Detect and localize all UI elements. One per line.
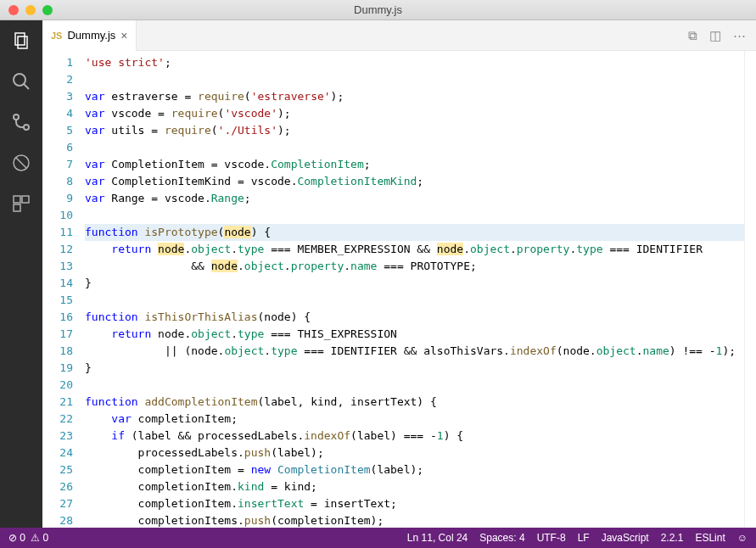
window-title: Dummy.js: [0, 3, 756, 16]
tab-bar: JS Dummy.js × ⧉ ◫ ⋯: [42, 20, 756, 51]
code-line[interactable]: return node.object.type === MEMBER_EXPRE…: [85, 241, 744, 258]
code-line[interactable]: completionItems.push(completionItem);: [85, 512, 744, 528]
code-line[interactable]: var CompletionItemKind = vscode.Completi…: [85, 173, 744, 190]
debug-icon[interactable]: [9, 151, 33, 175]
code-line[interactable]: function addCompletionItem(label, kind, …: [85, 394, 744, 411]
tab-dummy-js[interactable]: JS Dummy.js ×: [42, 20, 137, 51]
code-line[interactable]: }: [85, 360, 744, 377]
svg-point-5: [24, 125, 29, 130]
indentation[interactable]: Spaces: 4: [479, 532, 524, 544]
svg-line-7: [16, 158, 26, 168]
errors-count[interactable]: ⊘ 0: [8, 532, 25, 544]
svg-rect-0: [15, 33, 25, 45]
code-line[interactable]: return node.object.type === THIS_EXPRESS…: [85, 326, 744, 343]
search-icon[interactable]: [9, 70, 33, 93]
code-line[interactable]: [85, 139, 744, 156]
svg-rect-8: [14, 196, 20, 203]
editor-area: JS Dummy.js × ⧉ ◫ ⋯ 12345678910111213141…: [42, 20, 756, 528]
code-line[interactable]: processedLabels.push(label);: [85, 445, 744, 461]
warnings-count[interactable]: ⚠ 0: [31, 532, 48, 544]
js-file-icon: JS: [51, 31, 62, 41]
code-line[interactable]: var vscode = require('vscode');: [85, 105, 744, 122]
code-line[interactable]: [85, 292, 744, 309]
code-line[interactable]: && node.object.property.name === PROTOTY…: [85, 258, 744, 275]
code-line[interactable]: var Range = vscode.Range;: [85, 190, 744, 207]
svg-point-2: [14, 74, 25, 86]
svg-point-4: [14, 115, 19, 120]
extensions-icon[interactable]: [9, 192, 33, 215]
split-editor-icon[interactable]: ◫: [709, 28, 721, 43]
feedback-icon[interactable]: ☺: [737, 532, 748, 544]
language-mode[interactable]: JavaScript: [602, 532, 649, 544]
code-line[interactable]: completionItem.kind = kind;: [85, 478, 744, 495]
status-bar: ⊘ 0 ⚠ 0 Ln 11, Col 24 Spaces: 4 UTF-8 LF…: [0, 528, 756, 548]
svg-rect-9: [22, 196, 29, 203]
titlebar: Dummy.js: [0, 0, 756, 20]
code-line[interactable]: || (node.object.type === IDENTIFIER && a…: [85, 343, 744, 360]
code-line[interactable]: var CompletionItem = vscode.CompletionIt…: [85, 156, 744, 173]
encoding[interactable]: UTF-8: [537, 532, 566, 544]
cursor-position[interactable]: Ln 11, Col 24: [407, 532, 468, 544]
more-actions-icon[interactable]: ⋯: [733, 28, 746, 43]
eol[interactable]: LF: [578, 532, 590, 544]
code-line[interactable]: [85, 377, 744, 394]
minimap[interactable]: [744, 51, 756, 528]
code-editor[interactable]: 1234567891011121314151617181920212223242…: [42, 51, 756, 528]
code-line[interactable]: var completionItem;: [85, 411, 744, 428]
code-line[interactable]: function isThisOrThisAlias(node) {: [85, 309, 744, 326]
compare-icon[interactable]: ⧉: [688, 28, 697, 43]
status-right: Ln 11, Col 24 Spaces: 4 UTF-8 LF JavaScr…: [407, 532, 748, 544]
editor-actions: ⧉ ◫ ⋯: [688, 28, 756, 43]
code-line[interactable]: [85, 71, 744, 88]
code-line[interactable]: completionItem.insertText = insertText;: [85, 495, 744, 512]
code-line[interactable]: var estraverse = require('estraverse');: [85, 88, 744, 105]
svg-rect-1: [18, 36, 27, 48]
status-left: ⊘ 0 ⚠ 0: [8, 532, 48, 544]
code-content[interactable]: 'use strict'; var estraverse = require('…: [85, 51, 744, 528]
close-tab-icon[interactable]: ×: [120, 29, 127, 42]
code-line[interactable]: 'use strict';: [85, 54, 744, 71]
linter[interactable]: ESLint: [695, 532, 725, 544]
svg-line-3: [24, 84, 29, 89]
line-number-gutter: 1234567891011121314151617181920212223242…: [42, 51, 85, 528]
code-line[interactable]: function isPrototype(node) {: [85, 224, 744, 241]
code-line[interactable]: if (label && processedLabels.indexOf(lab…: [85, 428, 744, 445]
code-line[interactable]: completionItem = new CompletionItem(labe…: [85, 461, 744, 478]
main-area: JS Dummy.js × ⧉ ◫ ⋯ 12345678910111213141…: [0, 20, 756, 528]
tab-label: Dummy.js: [67, 29, 115, 42]
activity-bar: [0, 20, 42, 528]
version[interactable]: 2.2.1: [661, 532, 684, 544]
explorer-icon[interactable]: [9, 29, 33, 53]
svg-rect-10: [14, 204, 20, 211]
code-line[interactable]: }: [85, 275, 744, 292]
source-control-icon[interactable]: [9, 110, 33, 134]
code-line[interactable]: [85, 207, 744, 224]
code-line[interactable]: var utils = require('./Utils');: [85, 122, 744, 139]
